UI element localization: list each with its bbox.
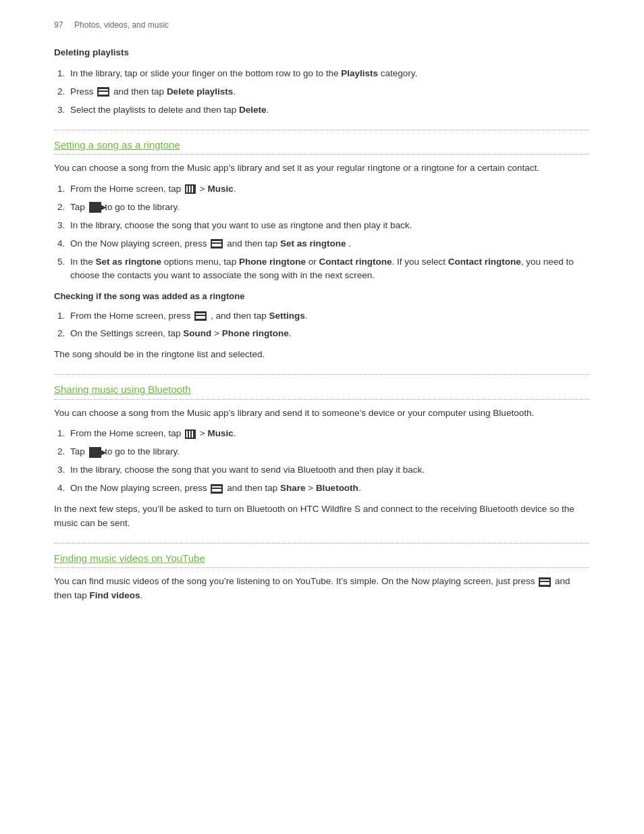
section-title-underline bbox=[54, 154, 590, 155]
list-item: Tap to go to the library. bbox=[68, 201, 590, 215]
setting-ringtone-title: Setting a song as a ringtone bbox=[54, 137, 590, 153]
list-item: In the library, tap or slide your finger… bbox=[68, 67, 590, 81]
sharing-bluetooth-title: Sharing music using Bluetooth bbox=[54, 382, 590, 397]
deleting-playlists-section: Deleting playlists In the library, tap o… bbox=[54, 46, 590, 118]
lib-icon bbox=[89, 447, 101, 458]
menu-icon bbox=[97, 87, 109, 97]
finding-youtube-section: Finding music videos on YouTube You can … bbox=[54, 550, 590, 603]
list-item: From the Home screen, tap > Music. bbox=[68, 182, 590, 197]
step2-mid: and then tap bbox=[113, 86, 167, 97]
page-header: 97 Photos, videos, and music bbox=[54, 20, 590, 30]
checking-ringtone-steps: From the Home screen, press , and then t… bbox=[68, 309, 590, 342]
section-title-underline-2 bbox=[54, 399, 590, 400]
deleting-playlists-steps: In the library, tap or slide your finger… bbox=[68, 67, 590, 118]
youtube-intro-pre: You can find music videos of the song yo… bbox=[54, 576, 537, 586]
step2-pre: Press bbox=[70, 86, 94, 97]
step2-bold: Delete playlists bbox=[167, 86, 233, 97]
section-divider-3 bbox=[54, 543, 590, 544]
menu-icon bbox=[211, 239, 223, 249]
step3-bold: Delete bbox=[239, 105, 267, 115]
setting-ringtone-steps: From the Home screen, tap > Music. Tap t… bbox=[68, 182, 590, 284]
list-item: On the Settings screen, tap Sound > Phon… bbox=[68, 327, 590, 341]
step1-pre: In the library, tap or slide your finger… bbox=[70, 68, 341, 78]
step3-end: . bbox=[266, 105, 269, 115]
section-divider-1 bbox=[54, 130, 590, 130]
grid-icon bbox=[185, 184, 196, 194]
chapter-title: Photos, videos, and music bbox=[74, 20, 169, 30]
list-item: Press and then tap Delete playlists. bbox=[68, 85, 590, 99]
sharing-bluetooth-section: Sharing music using Bluetooth You can ch… bbox=[54, 382, 590, 531]
setting-ringtone-section: Setting a song as a ringtone You can cho… bbox=[54, 137, 590, 363]
section-divider-2 bbox=[54, 374, 590, 375]
step1-post: category. bbox=[378, 68, 417, 78]
youtube-bold: Find videos bbox=[90, 590, 140, 600]
sharing-bluetooth-intro: You can choose a song from the Music app… bbox=[54, 407, 590, 421]
list-item: Select the playlists to delete and then … bbox=[68, 103, 590, 118]
menu-icon bbox=[211, 484, 223, 494]
finding-youtube-title: Finding music videos on YouTube bbox=[54, 550, 590, 566]
section-title-underline-3 bbox=[54, 567, 590, 568]
menu-icon bbox=[539, 577, 551, 587]
lib-icon bbox=[89, 202, 101, 213]
bluetooth-closing: In the next few steps, you’ll be asked t… bbox=[54, 502, 590, 531]
list-item: From the Home screen, press , and then t… bbox=[68, 309, 590, 323]
checking-ringtone-heading: Checking if the song was added as a ring… bbox=[54, 290, 590, 303]
grid-icon bbox=[185, 429, 196, 439]
ringtone-closing: The song should be in the ringtone list … bbox=[54, 348, 590, 362]
step3-pre: Select the playlists to delete and then … bbox=[70, 105, 239, 115]
sharing-bluetooth-steps: From the Home screen, tap > Music. Tap t… bbox=[68, 427, 590, 496]
page-number: 97 bbox=[54, 20, 63, 30]
menu-icon bbox=[194, 311, 207, 321]
deleting-playlists-heading: Deleting playlists bbox=[54, 46, 590, 60]
youtube-end: . bbox=[140, 590, 143, 600]
finding-youtube-intro: You can find music videos of the song yo… bbox=[54, 575, 590, 603]
list-item: From the Home screen, tap > Music. bbox=[68, 427, 590, 441]
step1-bold: Playlists bbox=[341, 68, 378, 78]
list-item: In the library, choose the song that you… bbox=[68, 219, 590, 233]
setting-ringtone-intro: You can choose a song from the Music app… bbox=[54, 161, 590, 176]
list-item: In the Set as ringtone options menu, tap… bbox=[68, 255, 590, 284]
list-item: On the Now playing screen, press and the… bbox=[68, 237, 590, 251]
step2-end: . bbox=[233, 86, 236, 97]
list-item: In the library, choose the song that you… bbox=[68, 463, 590, 477]
list-item: On the Now playing screen, press and the… bbox=[68, 481, 590, 496]
list-item: Tap to go to the library. bbox=[68, 445, 590, 459]
